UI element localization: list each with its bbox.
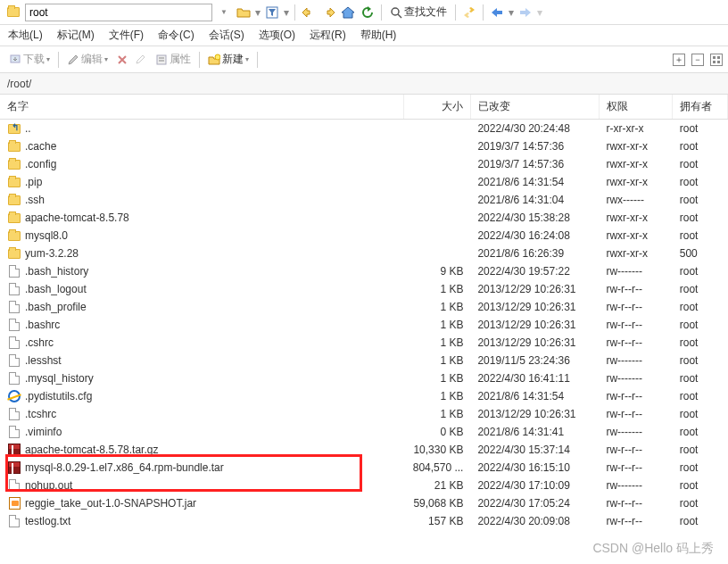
menu-remote[interactable]: 远程(R) (307, 26, 349, 45)
current-path[interactable]: /root/ (0, 73, 728, 95)
table-row[interactable]: .bashrc1 KB2013/12/29 10:26:31rw-r--r--r… (0, 316, 728, 334)
svg-rect-9 (717, 56, 720, 59)
file-owner: root (673, 280, 728, 298)
find-files-button[interactable]: 查找文件 (387, 4, 450, 21)
menu-mark[interactable]: 标记(M) (54, 26, 97, 45)
table-row[interactable]: .pip2021/8/6 14:31:54rwxr-xr-xroot (0, 173, 728, 191)
home-icon[interactable] (340, 4, 356, 21)
delete-icon[interactable] (114, 52, 130, 68)
table-row[interactable]: reggie_take_out-1.0-SNAPSHOT.jar59,068 K… (0, 494, 728, 512)
table-row[interactable]: .tcshrc1 KB2013/12/29 10:26:31rw-r--r--r… (0, 405, 728, 423)
table-row[interactable]: .ssh2021/8/6 14:31:04rwx------root (0, 191, 728, 209)
table-row[interactable]: .viminfo0 KB2021/8/6 14:31:41rw-------ro… (0, 423, 728, 441)
file-size: 21 KB (404, 477, 471, 494)
file-size: 1 KB (404, 352, 471, 369)
menu-file[interactable]: 文件(F) (106, 26, 146, 45)
menu-help[interactable]: 帮助(H) (358, 26, 400, 45)
table-row[interactable]: ..2022/4/30 20:24:48r-xr-xr-xroot (0, 120, 728, 138)
path-toolbar: ▼ ▾ ▾ 查找文件 ▾ ▾ (0, 0, 728, 25)
edit-button[interactable]: 编辑 ▾ (63, 50, 112, 69)
table-row[interactable]: apache-tomcat-8.5.782022/4/30 15:38:28rw… (0, 209, 728, 227)
table-row[interactable]: .cshrc1 KB2013/12/29 10:26:31rw-r--r--ro… (0, 334, 728, 352)
file-date: 2022/4/30 15:37:14 (470, 441, 599, 459)
table-row[interactable]: .bash_profile1 KB2013/12/29 10:26:31rw-r… (0, 298, 728, 316)
table-row[interactable]: apache-tomcat-8.5.78.tar.gz10,330 KB2022… (0, 441, 728, 459)
nav-fwd-icon[interactable] (517, 4, 534, 21)
nav-back-icon[interactable] (489, 4, 505, 21)
download-button[interactable]: 下载 ▾ (5, 50, 54, 69)
svg-rect-11 (717, 61, 720, 63)
separator (483, 4, 484, 21)
file-perm: r-xr-xr-x (599, 120, 672, 138)
file-perm: rwxr-xr-x (599, 209, 672, 227)
file-date: 2019/11/5 23:24:36 (470, 352, 599, 369)
file-perm: rwxr-xr-x (599, 173, 672, 191)
back-icon[interactable] (301, 4, 317, 21)
menu-command[interactable]: 命令(C) (155, 26, 197, 45)
table-row[interactable]: mysql8.02022/4/30 16:24:08rwxr-xr-xroot (0, 227, 728, 245)
properties-button[interactable]: 属性 (152, 50, 194, 69)
file-perm: rw-r--r-- (599, 459, 672, 477)
path-input[interactable] (25, 4, 212, 21)
table-row[interactable]: mysql-8.0.29-1.el7.x86_64.rpm-bundle.tar… (0, 459, 728, 477)
file-date: 2021/8/6 14:31:54 (470, 173, 599, 191)
table-row[interactable]: testlog.txt157 KB2022/4/30 20:09:08rw-r-… (0, 512, 728, 530)
file-name: .. (25, 122, 31, 135)
menu-local[interactable]: 本地(L) (5, 26, 46, 45)
table-row[interactable]: .cache2019/3/7 14:57:36rwxr-xr-xroot (0, 137, 728, 155)
file-name: .tcshrc (25, 408, 56, 420)
file-name: .config (25, 158, 56, 170)
file-owner: root (673, 369, 728, 387)
plus-button[interactable]: ＋ (673, 54, 685, 66)
filter-icon[interactable] (264, 4, 280, 21)
file-owner: root (673, 512, 728, 530)
file-size: 1 KB (404, 405, 471, 423)
action-toolbar: 下载 ▾ 编辑 ▾ 属性 新建 ▾ ＋ － (0, 46, 728, 73)
rename-icon[interactable] (133, 52, 149, 68)
file-size (404, 209, 471, 227)
table-row[interactable]: yum-3.2.282021/8/6 16:26:39rwxr-xr-x500 (0, 245, 728, 262)
file-date: 2019/3/7 14:57:36 (470, 155, 599, 173)
file-name: .lesshst (25, 354, 62, 367)
forward-icon[interactable] (320, 4, 336, 21)
file-date: 2022/4/30 16:24:08 (470, 227, 599, 245)
file-date: 2022/4/30 19:57:22 (470, 262, 599, 280)
table-row[interactable]: .pydistutils.cfg1 KB2021/8/6 14:31:54rw-… (0, 387, 728, 405)
file-date: 2021/8/6 14:31:04 (470, 191, 599, 209)
folder-icon (5, 4, 21, 21)
col-date[interactable]: 已改变 (470, 95, 599, 120)
new-button[interactable]: 新建 ▾ (204, 50, 252, 69)
search-icon (390, 6, 402, 19)
file-perm: rw-r--r-- (599, 334, 672, 352)
menu-options[interactable]: 选项(O) (256, 26, 298, 45)
table-row[interactable]: .bash_logout1 KB2013/12/29 10:26:31rw-r-… (0, 280, 728, 298)
file-date: 2013/12/29 10:26:31 (470, 334, 599, 352)
file-date: 2019/3/7 14:57:36 (470, 137, 599, 155)
menubar: 本地(L) 标记(M) 文件(F) 命令(C) 会话(S) 选项(O) 远程(R… (0, 25, 728, 46)
dropdown-icon[interactable]: ▼ (216, 4, 232, 21)
file-perm: rw-r--r-- (599, 494, 672, 512)
table-row[interactable]: .bash_history9 KB2022/4/30 19:57:22rw---… (0, 262, 728, 280)
refresh-icon[interactable] (360, 4, 376, 21)
col-owner[interactable]: 拥有者 (673, 95, 728, 120)
table-row[interactable]: nohup.out21 KB2022/4/30 17:10:09rw------… (0, 477, 728, 494)
file-perm: rw-r--r-- (599, 316, 672, 334)
minus-button[interactable]: － (691, 54, 704, 66)
col-perm[interactable]: 权限 (599, 95, 672, 120)
file-size: 10,330 KB (404, 441, 471, 459)
view-button[interactable] (710, 54, 723, 66)
open-folder-icon[interactable] (236, 4, 252, 21)
table-row[interactable]: .mysql_history1 KB2022/4/30 16:41:11rw--… (0, 369, 728, 387)
file-owner: root (673, 423, 728, 441)
col-size[interactable]: 大小 (404, 95, 471, 120)
sync-icon[interactable] (461, 4, 477, 21)
col-name[interactable]: 名字 (0, 95, 404, 120)
table-row[interactable]: .config2019/3/7 14:57:36rwxr-xr-xroot (0, 155, 728, 173)
table-row[interactable]: .lesshst1 KB2019/11/5 23:24:36rw-------r… (0, 352, 728, 369)
menu-session[interactable]: 会话(S) (206, 26, 247, 45)
file-name: .mysql_history (25, 372, 94, 385)
file-owner: 500 (673, 245, 728, 262)
svg-rect-8 (713, 56, 716, 59)
file-date: 2022/4/30 17:10:09 (470, 477, 599, 494)
file-size: 804,570 ... (404, 459, 471, 477)
